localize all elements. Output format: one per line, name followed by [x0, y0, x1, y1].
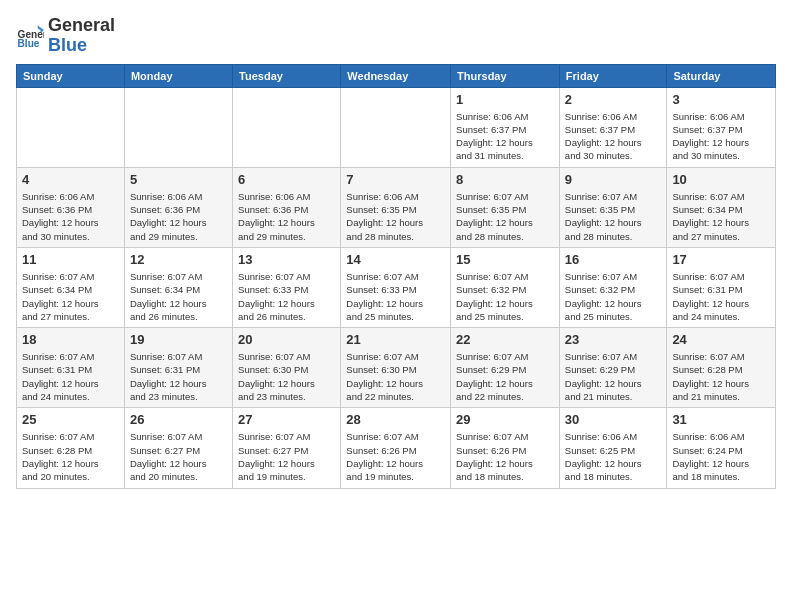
calendar-cell: 22Sunrise: 6:07 AM Sunset: 6:29 PM Dayli… [451, 328, 560, 408]
day-number: 12 [130, 252, 227, 267]
calendar-header-row: SundayMondayTuesdayWednesdayThursdayFrid… [17, 64, 776, 87]
calendar-cell [124, 87, 232, 167]
calendar-cell: 21Sunrise: 6:07 AM Sunset: 6:30 PM Dayli… [341, 328, 451, 408]
day-info: Sunrise: 6:07 AM Sunset: 6:28 PM Dayligh… [22, 430, 119, 483]
weekday-header-wednesday: Wednesday [341, 64, 451, 87]
weekday-header-sunday: Sunday [17, 64, 125, 87]
day-info: Sunrise: 6:06 AM Sunset: 6:24 PM Dayligh… [672, 430, 770, 483]
day-number: 21 [346, 332, 445, 347]
weekday-header-tuesday: Tuesday [233, 64, 341, 87]
day-number: 3 [672, 92, 770, 107]
day-number: 14 [346, 252, 445, 267]
calendar-week-row: 18Sunrise: 6:07 AM Sunset: 6:31 PM Dayli… [17, 328, 776, 408]
day-number: 17 [672, 252, 770, 267]
day-number: 7 [346, 172, 445, 187]
day-number: 25 [22, 412, 119, 427]
calendar-cell: 28Sunrise: 6:07 AM Sunset: 6:26 PM Dayli… [341, 408, 451, 488]
day-info: Sunrise: 6:06 AM Sunset: 6:36 PM Dayligh… [130, 190, 227, 243]
day-number: 2 [565, 92, 662, 107]
calendar-cell: 14Sunrise: 6:07 AM Sunset: 6:33 PM Dayli… [341, 247, 451, 327]
day-number: 16 [565, 252, 662, 267]
day-number: 28 [346, 412, 445, 427]
day-number: 29 [456, 412, 554, 427]
logo-text: General Blue [48, 16, 115, 56]
page-header: General Blue General Blue [16, 16, 776, 56]
day-number: 5 [130, 172, 227, 187]
calendar-cell: 4Sunrise: 6:06 AM Sunset: 6:36 PM Daylig… [17, 167, 125, 247]
day-number: 10 [672, 172, 770, 187]
calendar-cell: 1Sunrise: 6:06 AM Sunset: 6:37 PM Daylig… [451, 87, 560, 167]
day-info: Sunrise: 6:07 AM Sunset: 6:29 PM Dayligh… [456, 350, 554, 403]
day-info: Sunrise: 6:07 AM Sunset: 6:30 PM Dayligh… [238, 350, 335, 403]
day-info: Sunrise: 6:07 AM Sunset: 6:32 PM Dayligh… [565, 270, 662, 323]
day-info: Sunrise: 6:07 AM Sunset: 6:31 PM Dayligh… [22, 350, 119, 403]
day-number: 23 [565, 332, 662, 347]
day-info: Sunrise: 6:06 AM Sunset: 6:35 PM Dayligh… [346, 190, 445, 243]
weekday-header-saturday: Saturday [667, 64, 776, 87]
calendar-cell: 20Sunrise: 6:07 AM Sunset: 6:30 PM Dayli… [233, 328, 341, 408]
calendar-cell: 8Sunrise: 6:07 AM Sunset: 6:35 PM Daylig… [451, 167, 560, 247]
day-info: Sunrise: 6:06 AM Sunset: 6:36 PM Dayligh… [238, 190, 335, 243]
day-number: 31 [672, 412, 770, 427]
calendar-cell: 17Sunrise: 6:07 AM Sunset: 6:31 PM Dayli… [667, 247, 776, 327]
calendar-cell: 6Sunrise: 6:06 AM Sunset: 6:36 PM Daylig… [233, 167, 341, 247]
calendar-cell: 27Sunrise: 6:07 AM Sunset: 6:27 PM Dayli… [233, 408, 341, 488]
calendar-cell: 7Sunrise: 6:06 AM Sunset: 6:35 PM Daylig… [341, 167, 451, 247]
day-number: 24 [672, 332, 770, 347]
logo: General Blue General Blue [16, 16, 115, 56]
calendar-cell: 13Sunrise: 6:07 AM Sunset: 6:33 PM Dayli… [233, 247, 341, 327]
calendar-cell: 19Sunrise: 6:07 AM Sunset: 6:31 PM Dayli… [124, 328, 232, 408]
day-info: Sunrise: 6:07 AM Sunset: 6:34 PM Dayligh… [130, 270, 227, 323]
calendar-cell: 12Sunrise: 6:07 AM Sunset: 6:34 PM Dayli… [124, 247, 232, 327]
day-info: Sunrise: 6:07 AM Sunset: 6:31 PM Dayligh… [672, 270, 770, 323]
calendar-table: SundayMondayTuesdayWednesdayThursdayFrid… [16, 64, 776, 489]
day-number: 22 [456, 332, 554, 347]
calendar-cell: 15Sunrise: 6:07 AM Sunset: 6:32 PM Dayli… [451, 247, 560, 327]
day-info: Sunrise: 6:07 AM Sunset: 6:35 PM Dayligh… [565, 190, 662, 243]
calendar-week-row: 4Sunrise: 6:06 AM Sunset: 6:36 PM Daylig… [17, 167, 776, 247]
calendar-cell: 18Sunrise: 6:07 AM Sunset: 6:31 PM Dayli… [17, 328, 125, 408]
day-number: 19 [130, 332, 227, 347]
day-info: Sunrise: 6:07 AM Sunset: 6:32 PM Dayligh… [456, 270, 554, 323]
day-info: Sunrise: 6:07 AM Sunset: 6:33 PM Dayligh… [346, 270, 445, 323]
day-info: Sunrise: 6:07 AM Sunset: 6:34 PM Dayligh… [22, 270, 119, 323]
day-info: Sunrise: 6:07 AM Sunset: 6:26 PM Dayligh… [456, 430, 554, 483]
day-info: Sunrise: 6:06 AM Sunset: 6:37 PM Dayligh… [672, 110, 770, 163]
calendar-cell: 30Sunrise: 6:06 AM Sunset: 6:25 PM Dayli… [559, 408, 667, 488]
calendar-cell: 24Sunrise: 6:07 AM Sunset: 6:28 PM Dayli… [667, 328, 776, 408]
calendar-cell: 31Sunrise: 6:06 AM Sunset: 6:24 PM Dayli… [667, 408, 776, 488]
calendar-cell: 2Sunrise: 6:06 AM Sunset: 6:37 PM Daylig… [559, 87, 667, 167]
day-info: Sunrise: 6:07 AM Sunset: 6:34 PM Dayligh… [672, 190, 770, 243]
day-info: Sunrise: 6:07 AM Sunset: 6:35 PM Dayligh… [456, 190, 554, 243]
day-number: 8 [456, 172, 554, 187]
day-number: 26 [130, 412, 227, 427]
calendar-cell: 10Sunrise: 6:07 AM Sunset: 6:34 PM Dayli… [667, 167, 776, 247]
day-info: Sunrise: 6:07 AM Sunset: 6:27 PM Dayligh… [238, 430, 335, 483]
calendar-cell: 23Sunrise: 6:07 AM Sunset: 6:29 PM Dayli… [559, 328, 667, 408]
logo-icon: General Blue [16, 22, 44, 50]
day-number: 20 [238, 332, 335, 347]
calendar-cell [233, 87, 341, 167]
day-number: 6 [238, 172, 335, 187]
calendar-week-row: 11Sunrise: 6:07 AM Sunset: 6:34 PM Dayli… [17, 247, 776, 327]
day-number: 15 [456, 252, 554, 267]
svg-text:Blue: Blue [18, 38, 40, 49]
day-number: 9 [565, 172, 662, 187]
calendar-cell: 9Sunrise: 6:07 AM Sunset: 6:35 PM Daylig… [559, 167, 667, 247]
calendar-cell: 5Sunrise: 6:06 AM Sunset: 6:36 PM Daylig… [124, 167, 232, 247]
day-info: Sunrise: 6:06 AM Sunset: 6:36 PM Dayligh… [22, 190, 119, 243]
day-number: 4 [22, 172, 119, 187]
day-number: 30 [565, 412, 662, 427]
weekday-header-monday: Monday [124, 64, 232, 87]
weekday-header-thursday: Thursday [451, 64, 560, 87]
day-number: 13 [238, 252, 335, 267]
calendar-cell: 3Sunrise: 6:06 AM Sunset: 6:37 PM Daylig… [667, 87, 776, 167]
weekday-header-friday: Friday [559, 64, 667, 87]
day-info: Sunrise: 6:06 AM Sunset: 6:37 PM Dayligh… [565, 110, 662, 163]
day-info: Sunrise: 6:06 AM Sunset: 6:37 PM Dayligh… [456, 110, 554, 163]
day-info: Sunrise: 6:06 AM Sunset: 6:25 PM Dayligh… [565, 430, 662, 483]
day-info: Sunrise: 6:07 AM Sunset: 6:26 PM Dayligh… [346, 430, 445, 483]
day-info: Sunrise: 6:07 AM Sunset: 6:31 PM Dayligh… [130, 350, 227, 403]
day-number: 18 [22, 332, 119, 347]
day-number: 27 [238, 412, 335, 427]
